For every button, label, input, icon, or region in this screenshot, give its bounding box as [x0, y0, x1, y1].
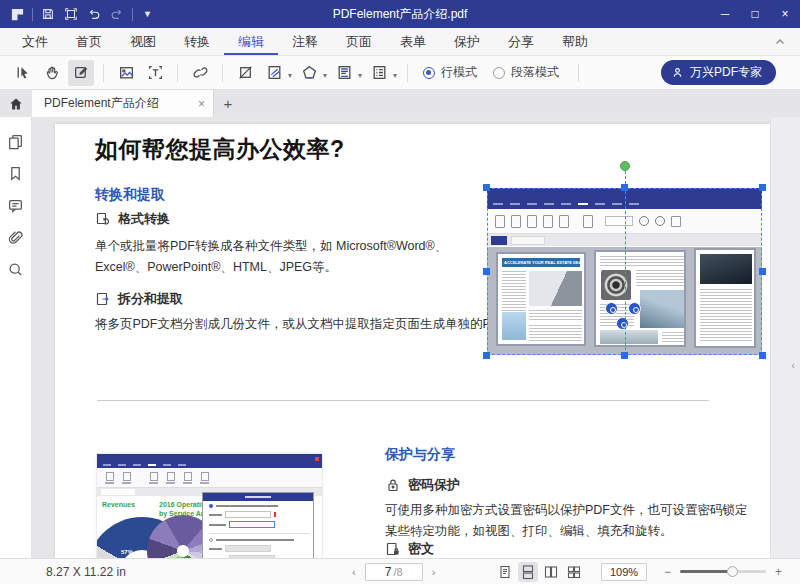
add-text-icon[interactable] — [142, 60, 168, 86]
new-tab-button[interactable]: + — [214, 90, 242, 117]
feature-redaction: 密文 — [385, 540, 434, 558]
split-icon — [95, 291, 111, 307]
handle-n[interactable] — [621, 184, 628, 191]
zoom-level-input[interactable]: 109% — [601, 563, 647, 581]
divider — [222, 64, 223, 82]
comments-panel-icon[interactable] — [7, 197, 24, 214]
handle-sw[interactable] — [483, 352, 490, 359]
brochure-headline: ACCELERATE YOUR REAL ESTATE DEALS — [502, 258, 580, 267]
background-tool-icon[interactable] — [296, 60, 322, 86]
app-logo-icon[interactable] — [9, 6, 25, 22]
bates-caret-icon[interactable]: ▾ — [393, 71, 397, 80]
pdf-expert-button[interactable]: 万兴PDF专家 — [661, 60, 776, 85]
crop-tool-icon[interactable] — [232, 60, 258, 86]
line-mode-radio[interactable] — [423, 67, 435, 79]
titlebar: ▼ PDFelement产品介绍.pdf ─ □ × — [0, 0, 800, 28]
handle-w[interactable] — [483, 268, 490, 275]
redo-icon[interactable] — [109, 6, 125, 22]
feature-title: 密文 — [408, 540, 434, 558]
attachments-panel-icon[interactable] — [7, 229, 24, 246]
zoom-slider[interactable] — [680, 570, 766, 573]
next-page-icon[interactable]: › — [432, 566, 436, 578]
right-panel-collapse-icon[interactable]: ‹ — [791, 359, 795, 371]
menu-share[interactable]: 分享 — [494, 28, 548, 55]
menu-help[interactable]: 帮助 — [548, 28, 602, 55]
watermark-caret-icon[interactable]: ▾ — [288, 71, 292, 80]
embedded-screenshot-budget[interactable]: Revenues 2016 Operating B by Service Are… — [97, 454, 322, 558]
minimize-button[interactable]: ─ — [710, 0, 740, 28]
zoom-out-button[interactable]: − — [658, 565, 677, 579]
pdf-page: 如何帮您提高办公效率? 转换和提取 格式转换 单个或批量将PDF转换成各种文件类… — [55, 124, 770, 558]
select-tool-icon[interactable] — [10, 60, 36, 86]
menu-comment[interactable]: 注释 — [278, 28, 332, 55]
feature-password-protect: 密码保护 — [385, 476, 460, 494]
page-size-label: 8.27 X 11.22 in — [46, 565, 126, 579]
menu-home[interactable]: 首页 — [62, 28, 116, 55]
mini-password-dialog — [202, 492, 314, 558]
rotation-axis-line — [625, 166, 626, 355]
save-icon[interactable] — [40, 6, 56, 22]
divider — [407, 64, 408, 82]
divider — [578, 64, 579, 82]
background-caret-icon[interactable]: ▾ — [323, 71, 327, 80]
menu-file[interactable]: 文件 — [8, 28, 62, 55]
divider — [177, 64, 178, 82]
handle-nw[interactable] — [483, 184, 490, 191]
selected-image-object[interactable]: ACCELERATE YOUR REAL ESTATE DEALS — [487, 188, 762, 355]
grid-view-icon[interactable] — [564, 562, 584, 582]
continuous-view-icon[interactable] — [518, 562, 538, 582]
feature-title: 拆分和提取 — [118, 290, 183, 308]
page-navigation: ‹ 7 /8 › — [352, 563, 435, 581]
divider — [32, 8, 33, 21]
menubar: 文件 首页 视图 转换 编辑 注释 页面 表单 保护 分享 帮助 — [0, 28, 800, 56]
maximize-button[interactable]: □ — [740, 0, 770, 28]
zoom-slider-thumb[interactable] — [727, 566, 738, 577]
menu-protect[interactable]: 保护 — [440, 28, 494, 55]
menu-convert[interactable]: 转换 — [170, 28, 224, 55]
menu-view[interactable]: 视图 — [116, 28, 170, 55]
add-image-icon[interactable] — [113, 60, 139, 86]
edit-toolbar: ▾ ▾ ▾ ▾ 行模式 段落模式 万兴PDF专家 — [0, 56, 800, 90]
paragraph-mode-label: 段落模式 — [511, 64, 559, 81]
right-scroll-area[interactable]: ‹ — [770, 117, 800, 558]
header-footer-tool-icon[interactable] — [331, 60, 357, 86]
handle-e[interactable] — [759, 268, 766, 275]
thumbnails-panel-icon[interactable] — [7, 133, 24, 150]
bookmarks-panel-icon[interactable] — [7, 165, 24, 182]
page-number-input[interactable]: 7 /8 — [365, 563, 423, 581]
person-icon — [671, 66, 684, 79]
redact-icon — [385, 541, 401, 557]
close-button[interactable]: × — [770, 0, 800, 28]
prev-page-icon[interactable]: ‹ — [352, 566, 356, 578]
collapse-ribbon-icon[interactable] — [760, 28, 800, 55]
rotation-handle[interactable] — [620, 161, 630, 171]
link-tool-icon[interactable] — [187, 60, 213, 86]
single-page-view-icon[interactable] — [495, 562, 515, 582]
handle-s[interactable] — [621, 352, 628, 359]
paragraph-mode-radio[interactable] — [493, 67, 505, 79]
hand-tool-icon[interactable] — [39, 60, 65, 86]
document-tab[interactable]: PDFelement产品介绍 × — [32, 90, 214, 117]
zoom-in-button[interactable]: + — [769, 565, 788, 579]
watermark-tool-icon[interactable] — [261, 60, 287, 86]
handle-ne[interactable] — [759, 184, 766, 191]
menu-page[interactable]: 页面 — [332, 28, 386, 55]
feature-split-extract: 拆分和提取 — [95, 290, 183, 308]
document-tabbar: PDFelement产品介绍 × + — [0, 90, 800, 117]
tab-close-icon[interactable]: × — [198, 97, 205, 111]
edit-object-tool-icon[interactable] — [68, 60, 94, 86]
header-footer-caret-icon[interactable]: ▾ — [358, 71, 362, 80]
pdf-expert-label: 万兴PDF专家 — [690, 64, 762, 81]
handle-se[interactable] — [759, 352, 766, 359]
menu-edit[interactable]: 编辑 — [224, 28, 278, 55]
search-panel-icon[interactable] — [7, 261, 24, 278]
customize-toolbar-caret-icon[interactable]: ▼ — [140, 9, 155, 19]
home-tab-button[interactable] — [0, 90, 32, 117]
snapshot-icon[interactable] — [63, 6, 79, 22]
divider — [103, 64, 104, 82]
mini-rotate-left-button — [605, 302, 618, 315]
menu-form[interactable]: 表单 — [386, 28, 440, 55]
two-page-view-icon[interactable] — [541, 562, 561, 582]
undo-icon[interactable] — [86, 6, 102, 22]
bates-numbering-tool-icon[interactable] — [366, 60, 392, 86]
